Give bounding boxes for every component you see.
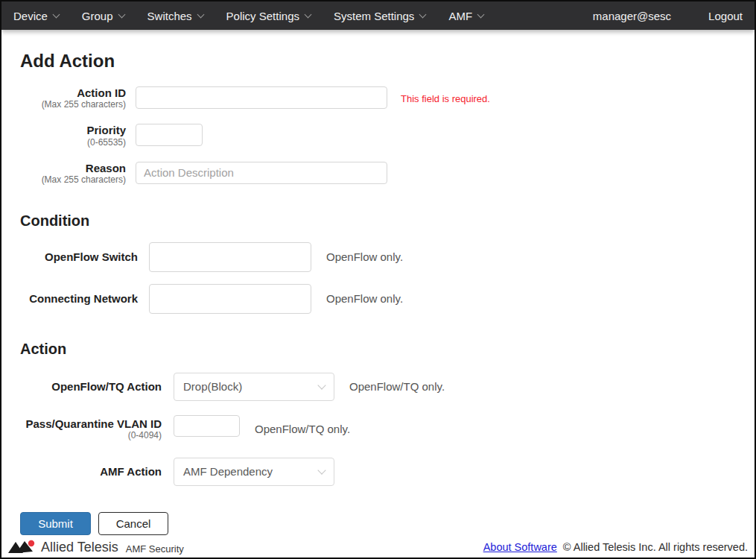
page-title: Add Action [20,51,755,72]
reason-label: Reason [86,162,126,174]
form-row-openflow-switch: OpenFlow Switch OpenFlow only. [20,242,755,272]
nav-item-label: Device [13,10,48,22]
nav-item-label: System Settings [334,10,414,22]
connecting-network-input[interactable] [149,284,311,314]
section-heading-condition: Condition [20,212,755,230]
priority-label: Priority [86,124,126,136]
nav-item-label: AMF [448,10,472,22]
form-buttons: Submit Cancel [20,512,755,535]
copyright-text: © Allied Telesis Inc. All rights reserve… [563,541,748,553]
action-id-sublabel: (Max 255 characters) [42,99,126,110]
form-row-priority: Priority (0-65535) [20,124,755,148]
reason-input[interactable] [136,162,387,184]
field-label-block: Pass/Quarantine VLAN ID (0-4094) [20,415,162,443]
chevron-down-icon [419,10,427,18]
chevron-down-icon [305,10,312,18]
allied-telesis-logo-icon [8,539,36,555]
form-row-amf-action: AMF Action AMF Dependency [20,458,755,486]
nav-item-label: Switches [147,10,192,22]
app-window: Device Group Switches Policy Settings Sy… [0,0,756,559]
openflow-switch-input[interactable] [149,242,311,272]
chevron-down-icon [118,10,125,18]
about-software-link[interactable]: About Software [483,541,557,553]
priority-sublabel: (0-65535) [87,137,126,148]
vlan-id-help: OpenFlow/TQ only. [255,423,350,435]
brand-name: Allied Telesis [41,540,118,555]
field-label-block: OpenFlow/TQ Action [20,373,162,401]
user-account[interactable]: manager@sesc [593,10,671,22]
vlan-id-label: Pass/Quarantine VLAN ID [25,417,162,430]
vlan-id-sublabel: (0-4094) [128,430,162,441]
selected-option-label: AMF Dependency [183,465,273,478]
nav-item-switches[interactable]: Switches [147,10,203,22]
section-heading-action: Action [20,341,755,358]
vlan-id-input[interactable] [174,415,240,437]
form-row-reason: Reason (Max 255 characters) [20,162,755,186]
form-row-connecting-network: Connecting Network OpenFlow only. [20,284,755,314]
required-error-text: This field is required. [401,93,490,104]
action-id-label: Action ID [77,86,126,99]
footer-legal-block: About Software © Allied Telesis Inc. All… [483,541,748,553]
nav-item-amf[interactable]: AMF [448,10,483,22]
reason-sublabel: (Max 255 characters) [42,174,126,186]
priority-input[interactable] [136,124,203,146]
nav-item-device[interactable]: Device [13,10,59,22]
chevron-down-icon [477,10,485,18]
chevron-down-icon [317,466,325,474]
submit-button[interactable]: Submit [20,512,91,535]
openflow-tq-action-label: OpenFlow/TQ Action [51,380,162,393]
navbar: Device Group Switches Policy Settings Sy… [1,1,755,30]
nav-item-group[interactable]: Group [82,10,124,22]
navbar-right: manager@sesc Logout [593,10,743,22]
main-content: Add Action Action ID (Max 255 characters… [1,51,755,535]
selected-option-label: Drop(Block) [183,380,242,393]
nav-item-system-settings[interactable]: System Settings [334,10,425,22]
action-id-input[interactable] [136,86,387,109]
form-row-vlan-id: Pass/Quarantine VLAN ID (0-4094) OpenFlo… [20,415,755,443]
field-label-block: AMF Action [20,458,162,486]
logout-button[interactable]: Logout [708,10,743,22]
field-label-block: Action ID (Max 255 characters) [20,86,126,110]
nav-item-policy-settings[interactable]: Policy Settings [226,10,311,22]
amf-action-select[interactable]: AMF Dependency [174,458,334,486]
openflow-tq-action-select[interactable]: Drop(Block) [174,373,334,401]
openflow-switch-label: OpenFlow Switch [45,250,138,263]
form-row-action-id: Action ID (Max 255 characters) This fiel… [20,86,755,110]
nav-item-label: Policy Settings [226,10,299,22]
openflow-switch-help: OpenFlow only. [326,250,403,263]
form-row-openflow-tq-action: OpenFlow/TQ Action Drop(Block) OpenFlow/… [20,373,755,401]
footer-brand-block: Allied Telesis AMF Security [8,539,184,555]
field-label-block: Priority (0-65535) [20,124,126,148]
cancel-button[interactable]: Cancel [98,512,168,535]
footer: Allied Telesis AMF Security About Softwa… [1,539,755,555]
field-label-block: Connecting Network [20,284,138,314]
chevron-down-icon [197,10,204,18]
chevron-down-icon [317,381,325,389]
field-label-block: OpenFlow Switch [20,242,138,272]
connecting-network-help: OpenFlow only. [326,292,403,305]
amf-action-label: AMF Action [100,465,162,478]
chevron-down-icon [52,10,60,18]
connecting-network-label: Connecting Network [29,292,138,305]
product-name: AMF Security [126,543,184,555]
openflow-tq-action-help: OpenFlow/TQ only. [349,380,445,393]
nav-item-label: Group [82,10,113,22]
field-label-block: Reason (Max 255 characters) [20,162,126,186]
